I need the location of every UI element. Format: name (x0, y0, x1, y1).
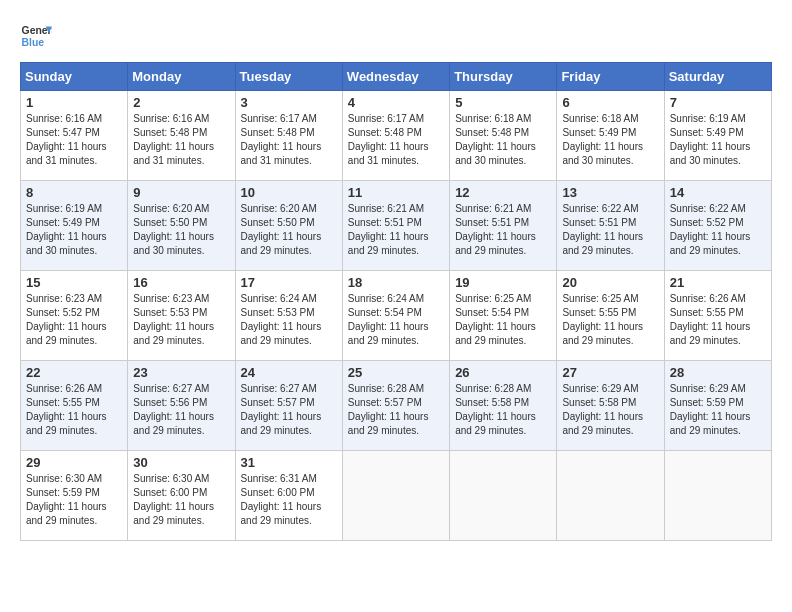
day-number: 5 (455, 95, 551, 110)
day-number: 25 (348, 365, 444, 380)
day-number: 6 (562, 95, 658, 110)
day-cell: 23Sunrise: 6:27 AM Sunset: 5:56 PM Dayli… (128, 361, 235, 451)
day-info: Sunrise: 6:22 AM Sunset: 5:51 PM Dayligh… (562, 202, 658, 258)
day-cell (557, 451, 664, 541)
day-cell: 6Sunrise: 6:18 AM Sunset: 5:49 PM Daylig… (557, 91, 664, 181)
header-cell-wednesday: Wednesday (342, 63, 449, 91)
day-cell (450, 451, 557, 541)
day-info: Sunrise: 6:26 AM Sunset: 5:55 PM Dayligh… (26, 382, 122, 438)
day-number: 20 (562, 275, 658, 290)
day-cell: 15Sunrise: 6:23 AM Sunset: 5:52 PM Dayli… (21, 271, 128, 361)
day-cell: 24Sunrise: 6:27 AM Sunset: 5:57 PM Dayli… (235, 361, 342, 451)
day-cell: 19Sunrise: 6:25 AM Sunset: 5:54 PM Dayli… (450, 271, 557, 361)
day-cell: 8Sunrise: 6:19 AM Sunset: 5:49 PM Daylig… (21, 181, 128, 271)
day-cell: 18Sunrise: 6:24 AM Sunset: 5:54 PM Dayli… (342, 271, 449, 361)
day-cell: 28Sunrise: 6:29 AM Sunset: 5:59 PM Dayli… (664, 361, 771, 451)
day-info: Sunrise: 6:20 AM Sunset: 5:50 PM Dayligh… (133, 202, 229, 258)
day-number: 14 (670, 185, 766, 200)
calendar-table: SundayMondayTuesdayWednesdayThursdayFrid… (20, 62, 772, 541)
day-info: Sunrise: 6:16 AM Sunset: 5:48 PM Dayligh… (133, 112, 229, 168)
day-number: 13 (562, 185, 658, 200)
day-info: Sunrise: 6:18 AM Sunset: 5:48 PM Dayligh… (455, 112, 551, 168)
day-cell: 20Sunrise: 6:25 AM Sunset: 5:55 PM Dayli… (557, 271, 664, 361)
day-number: 12 (455, 185, 551, 200)
header-cell-sunday: Sunday (21, 63, 128, 91)
day-number: 28 (670, 365, 766, 380)
day-number: 24 (241, 365, 337, 380)
day-cell (342, 451, 449, 541)
day-cell: 1Sunrise: 6:16 AM Sunset: 5:47 PM Daylig… (21, 91, 128, 181)
day-number: 18 (348, 275, 444, 290)
day-info: Sunrise: 6:29 AM Sunset: 5:59 PM Dayligh… (670, 382, 766, 438)
day-info: Sunrise: 6:23 AM Sunset: 5:52 PM Dayligh… (26, 292, 122, 348)
day-info: Sunrise: 6:23 AM Sunset: 5:53 PM Dayligh… (133, 292, 229, 348)
day-cell: 25Sunrise: 6:28 AM Sunset: 5:57 PM Dayli… (342, 361, 449, 451)
day-info: Sunrise: 6:19 AM Sunset: 5:49 PM Dayligh… (670, 112, 766, 168)
day-info: Sunrise: 6:27 AM Sunset: 5:57 PM Dayligh… (241, 382, 337, 438)
day-info: Sunrise: 6:24 AM Sunset: 5:53 PM Dayligh… (241, 292, 337, 348)
day-number: 9 (133, 185, 229, 200)
header-cell-friday: Friday (557, 63, 664, 91)
day-number: 10 (241, 185, 337, 200)
day-number: 29 (26, 455, 122, 470)
day-number: 8 (26, 185, 122, 200)
day-info: Sunrise: 6:20 AM Sunset: 5:50 PM Dayligh… (241, 202, 337, 258)
day-number: 4 (348, 95, 444, 110)
day-info: Sunrise: 6:16 AM Sunset: 5:47 PM Dayligh… (26, 112, 122, 168)
day-cell: 13Sunrise: 6:22 AM Sunset: 5:51 PM Dayli… (557, 181, 664, 271)
day-number: 22 (26, 365, 122, 380)
day-cell: 29Sunrise: 6:30 AM Sunset: 5:59 PM Dayli… (21, 451, 128, 541)
day-cell: 3Sunrise: 6:17 AM Sunset: 5:48 PM Daylig… (235, 91, 342, 181)
day-number: 15 (26, 275, 122, 290)
day-info: Sunrise: 6:25 AM Sunset: 5:54 PM Dayligh… (455, 292, 551, 348)
day-cell: 26Sunrise: 6:28 AM Sunset: 5:58 PM Dayli… (450, 361, 557, 451)
day-info: Sunrise: 6:28 AM Sunset: 5:57 PM Dayligh… (348, 382, 444, 438)
day-cell: 2Sunrise: 6:16 AM Sunset: 5:48 PM Daylig… (128, 91, 235, 181)
day-info: Sunrise: 6:18 AM Sunset: 5:49 PM Dayligh… (562, 112, 658, 168)
day-cell: 14Sunrise: 6:22 AM Sunset: 5:52 PM Dayli… (664, 181, 771, 271)
day-info: Sunrise: 6:26 AM Sunset: 5:55 PM Dayligh… (670, 292, 766, 348)
day-cell: 17Sunrise: 6:24 AM Sunset: 5:53 PM Dayli… (235, 271, 342, 361)
week-row-4: 22Sunrise: 6:26 AM Sunset: 5:55 PM Dayli… (21, 361, 772, 451)
header-cell-monday: Monday (128, 63, 235, 91)
day-number: 16 (133, 275, 229, 290)
day-number: 23 (133, 365, 229, 380)
header-cell-tuesday: Tuesday (235, 63, 342, 91)
day-cell: 4Sunrise: 6:17 AM Sunset: 5:48 PM Daylig… (342, 91, 449, 181)
day-info: Sunrise: 6:25 AM Sunset: 5:55 PM Dayligh… (562, 292, 658, 348)
day-number: 3 (241, 95, 337, 110)
week-row-3: 15Sunrise: 6:23 AM Sunset: 5:52 PM Dayli… (21, 271, 772, 361)
day-info: Sunrise: 6:17 AM Sunset: 5:48 PM Dayligh… (348, 112, 444, 168)
day-cell: 30Sunrise: 6:30 AM Sunset: 6:00 PM Dayli… (128, 451, 235, 541)
day-number: 21 (670, 275, 766, 290)
day-number: 1 (26, 95, 122, 110)
day-number: 31 (241, 455, 337, 470)
logo-icon: General Blue (20, 20, 52, 52)
day-info: Sunrise: 6:24 AM Sunset: 5:54 PM Dayligh… (348, 292, 444, 348)
day-cell: 31Sunrise: 6:31 AM Sunset: 6:00 PM Dayli… (235, 451, 342, 541)
day-cell (664, 451, 771, 541)
day-number: 19 (455, 275, 551, 290)
logo: General Blue (20, 20, 52, 52)
week-row-5: 29Sunrise: 6:30 AM Sunset: 5:59 PM Dayli… (21, 451, 772, 541)
day-number: 17 (241, 275, 337, 290)
header-row: SundayMondayTuesdayWednesdayThursdayFrid… (21, 63, 772, 91)
day-number: 7 (670, 95, 766, 110)
page-header: General Blue (20, 20, 772, 52)
week-row-2: 8Sunrise: 6:19 AM Sunset: 5:49 PM Daylig… (21, 181, 772, 271)
day-info: Sunrise: 6:21 AM Sunset: 5:51 PM Dayligh… (348, 202, 444, 258)
day-cell: 11Sunrise: 6:21 AM Sunset: 5:51 PM Dayli… (342, 181, 449, 271)
day-cell: 22Sunrise: 6:26 AM Sunset: 5:55 PM Dayli… (21, 361, 128, 451)
day-info: Sunrise: 6:30 AM Sunset: 5:59 PM Dayligh… (26, 472, 122, 528)
day-number: 30 (133, 455, 229, 470)
day-info: Sunrise: 6:28 AM Sunset: 5:58 PM Dayligh… (455, 382, 551, 438)
day-number: 11 (348, 185, 444, 200)
day-info: Sunrise: 6:29 AM Sunset: 5:58 PM Dayligh… (562, 382, 658, 438)
day-info: Sunrise: 6:17 AM Sunset: 5:48 PM Dayligh… (241, 112, 337, 168)
day-info: Sunrise: 6:30 AM Sunset: 6:00 PM Dayligh… (133, 472, 229, 528)
day-info: Sunrise: 6:22 AM Sunset: 5:52 PM Dayligh… (670, 202, 766, 258)
day-number: 27 (562, 365, 658, 380)
day-cell: 7Sunrise: 6:19 AM Sunset: 5:49 PM Daylig… (664, 91, 771, 181)
week-row-1: 1Sunrise: 6:16 AM Sunset: 5:47 PM Daylig… (21, 91, 772, 181)
header-cell-saturday: Saturday (664, 63, 771, 91)
